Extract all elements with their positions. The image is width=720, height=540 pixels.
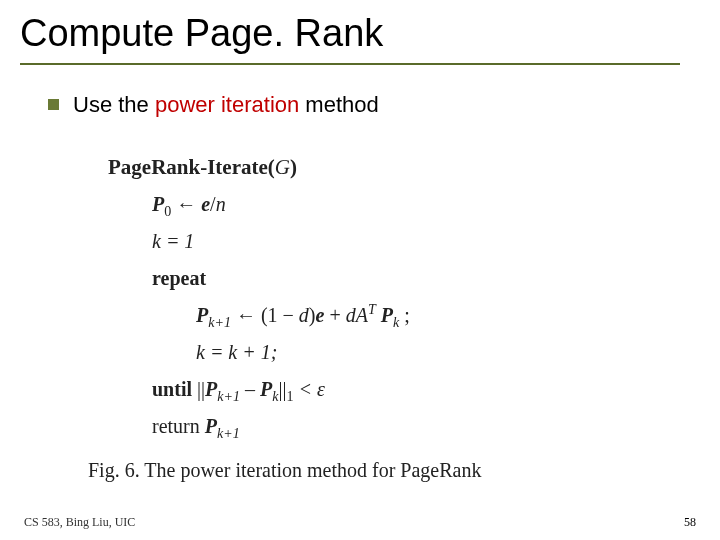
until-P1: P <box>205 378 217 400</box>
Pk1-sub: k+1 <box>208 315 231 330</box>
figure-caption: Fig. 6. The power iteration method for P… <box>88 459 700 482</box>
until-P2: P <box>260 378 272 400</box>
algorithm-block: PageRank-Iterate(G) P0 ← e/n k = 1 repea… <box>108 148 700 446</box>
bullet-pre: Use the <box>73 92 155 117</box>
arrow1: ← <box>171 193 201 215</box>
slide: Compute Page. Rank Use the power iterati… <box>0 0 720 540</box>
e1: e <box>201 193 210 215</box>
bullet-highlight: power iteration <box>155 92 299 117</box>
algo-repeat: repeat <box>152 260 700 297</box>
A: A <box>356 304 368 326</box>
return-sub: k+1 <box>217 426 240 441</box>
bullet-text: Use the power iteration method <box>73 91 379 120</box>
slide-footer: CS 583, Bing Liu, UIC 58 <box>0 515 720 530</box>
P0-P: P <box>152 193 164 215</box>
return-kw: return <box>152 415 205 437</box>
page-number: 58 <box>684 515 696 530</box>
footer-left: CS 583, Bing Liu, UIC <box>24 515 135 530</box>
d1: d <box>299 304 309 326</box>
slide-body: Use the power iteration method PageRank-… <box>0 71 720 482</box>
AT: T <box>368 303 376 318</box>
algo-update: Pk+1 ← (1 − d)e + dAT Pk ; <box>196 297 700 334</box>
until-cmp: < ε <box>293 378 324 400</box>
return-P: P <box>205 415 217 437</box>
plus: + <box>324 304 345 326</box>
bullet-icon <box>48 99 59 110</box>
until-open: || <box>192 378 205 400</box>
algo-name: PageRank-Iterate <box>108 155 268 179</box>
until-kw: until <box>152 378 192 400</box>
algo-arg: G <box>275 155 290 179</box>
until-P1-sub: k+1 <box>217 389 240 404</box>
algo-init-P: P0 ← e/n <box>152 186 700 223</box>
k-incr: k = k + 1; <box>196 341 277 363</box>
k-init: k = 1 <box>152 230 194 252</box>
algo-k-init: k = 1 <box>152 223 700 260</box>
bullet-post: method <box>299 92 379 117</box>
semicolon: ; <box>399 304 410 326</box>
repeat-kw: repeat <box>152 267 206 289</box>
Pk-P: P <box>376 304 393 326</box>
until-minus: – <box>240 378 260 400</box>
bullet-item: Use the power iteration method <box>48 91 700 120</box>
n: n <box>216 193 226 215</box>
title-area: Compute Page. Rank <box>0 0 720 71</box>
paren-close: ) <box>309 304 316 326</box>
Pk1-P: P <box>196 304 208 326</box>
upd-arrow: ← (1 − <box>231 304 299 326</box>
algo-until: until ||Pk+1 – Pk||1 < ε <box>152 371 700 408</box>
title-underline <box>20 63 680 65</box>
algo-k-incr: k = k + 1; <box>196 334 700 371</box>
slide-title: Compute Page. Rank <box>20 12 700 55</box>
algo-header: PageRank-Iterate(G) <box>108 148 700 187</box>
d2: d <box>346 304 356 326</box>
algo-return: return Pk+1 <box>152 408 700 445</box>
